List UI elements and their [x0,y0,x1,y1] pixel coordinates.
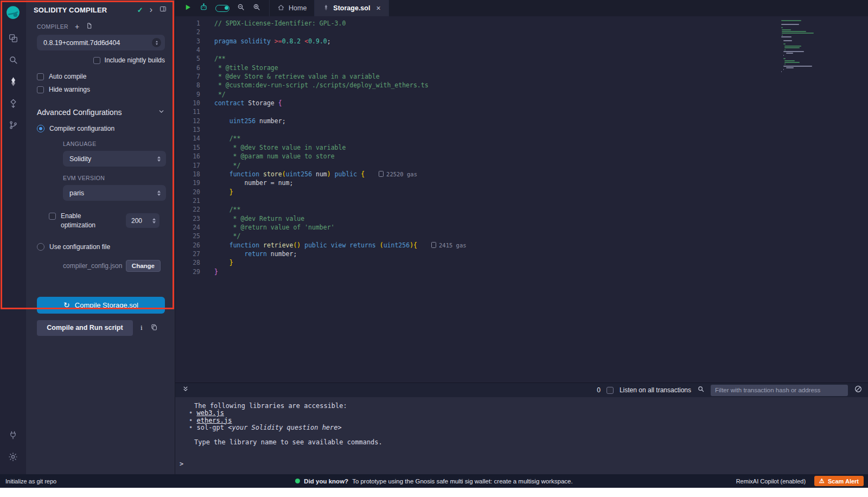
compile-button[interactable]: ↻ Compile Storage.sol [37,297,165,314]
solidity-file-icon [323,4,329,12]
enable-optimization-label: Enable optimization [61,212,107,230]
warning-icon: ⚠ [819,477,825,485]
language-label: LANGUAGE [63,141,165,147]
pin-panel-icon[interactable] [159,5,167,15]
listen-transactions-label: Listen on all transactions [620,386,691,394]
compiler-version-value: 0.8.19+commit.7dd6d404 [43,39,120,47]
scam-alert-label: Scam Alert [828,478,859,485]
number-spinner-icon [152,218,156,224]
remix-ide-window: SOLIDITY COMPILER ✓ › COMPILER + 0.8.19+… [0,0,868,497]
close-tab-icon[interactable]: × [376,4,380,12]
evm-version-select[interactable]: paris [63,185,166,201]
tip-title: Did you know? [304,478,348,485]
evm-version-value: paris [69,189,84,197]
solidity-compiler-icon[interactable] [4,73,22,90]
advanced-configurations-title: Advanced Configurations [37,108,122,117]
compiler-version-select[interactable]: 0.8.19+commit.7dd6d404 [37,35,165,50]
tab-storage-label: Storage.sol [333,4,370,12]
tip-text: To prototype using the Gnosis safe multi… [352,478,573,485]
terminal-output[interactable]: The following libraries are accessible:•… [175,403,868,468]
select-arrows-icon [157,156,161,162]
plugin-manager-icon[interactable] [4,426,22,444]
terminal[interactable]: The following libraries are accessible:•… [175,397,868,474]
zoom-in-icon[interactable] [252,3,261,14]
remix-logo-icon[interactable] [5,4,21,21]
terminal-toolbar: 0 Listen on all transactions [175,383,868,397]
open-file-icon[interactable] [86,22,93,31]
transaction-filter-input[interactable] [711,385,848,396]
expand-terminal-icon[interactable] [182,385,189,395]
deploy-run-icon[interactable] [4,94,22,112]
compile-success-check-icon[interactable]: ✓ [137,6,143,14]
status-bar: Initialize as git repo Did you know? To … [0,474,868,488]
copy-icon[interactable] [150,323,158,333]
lightbulb-icon [295,479,300,483]
search-icon[interactable] [4,51,22,68]
scam-alert-badge[interactable]: ⚠ Scam Alert [814,476,864,486]
evm-version-label: EVM VERSION [63,175,165,181]
copilot-toggle[interactable] [215,5,229,12]
listen-transactions-checkbox[interactable] [607,387,614,394]
tab-home-label: Home [289,4,307,12]
home-icon [277,4,285,13]
select-arrows-icon [152,38,161,47]
auto-compile-label: Auto compile [49,73,86,80]
solidity-compiler-panel: SOLIDITY COMPILER ✓ › COMPILER + 0.8.19+… [26,0,175,474]
compile-button-label: Compile Storage.sol [75,301,138,309]
advanced-configurations-header[interactable]: Advanced Configurations [37,108,165,117]
enable-optimization-checkbox[interactable] [49,213,56,220]
run-script-play-icon[interactable] [184,3,192,14]
icon-sidebar [0,0,26,474]
add-compiler-icon[interactable]: + [75,23,79,30]
language-value: Solidity [69,155,91,163]
block-transactions-icon[interactable] [854,385,863,396]
tab-storage-sol[interactable]: Storage.sol × [315,0,388,16]
compiler-label: COMPILER [37,23,68,30]
use-configuration-file-label: Use configuration file [49,243,110,251]
config-filename: compiler_config.json [63,262,122,270]
compiler-configuration-label: Compiler configuration [49,125,114,132]
chrome: SOLIDITY COMPILER ✓ › COMPILER + 0.8.19+… [0,0,868,474]
ai-assistant-icon[interactable] [199,3,208,14]
chevron-down-icon [158,108,165,117]
include-nightly-label: Include nightly builds [105,56,165,64]
auto-compile-checkbox[interactable] [37,73,44,80]
panel-header: SOLIDITY COMPILER ✓ › [26,0,175,17]
tab-home[interactable]: Home [269,0,315,16]
compiler-configuration-radio[interactable] [37,125,44,132]
transaction-count: 0 [597,386,601,394]
chevron-right-icon[interactable]: › [150,5,152,14]
info-icon[interactable]: i [141,323,143,332]
compile-and-run-button[interactable]: Compile and Run script [37,320,133,336]
optimization-runs-input[interactable]: 200 [126,213,159,228]
zoom-out-icon[interactable] [237,3,245,14]
terminal-search-icon[interactable] [697,385,705,395]
optimization-runs-value: 200 [131,217,142,225]
code-lines[interactable]: // SPDX-License-Identifier: GPL-3.0 prag… [206,19,868,383]
settings-icon[interactable] [4,448,22,466]
git-icon[interactable] [4,116,22,133]
hide-warnings-checkbox[interactable] [37,86,44,93]
tab-bar: Home Storage.sol × [175,0,868,16]
panel-title: SOLIDITY COMPILER [34,6,131,14]
copilot-status[interactable]: RemixAI Copilot (enabled) [736,478,806,485]
file-explorer-icon[interactable] [4,29,22,47]
hide-warnings-label: Hide warnings [49,86,90,93]
refresh-icon: ↻ [63,301,70,309]
init-git-repo-button[interactable]: Initialize as git repo [0,478,56,485]
select-arrows-icon [157,190,161,196]
editor-gutter: 1234567891011121314151617181920212223242… [175,19,206,383]
code-editor[interactable]: 1234567891011121314151617181920212223242… [175,16,868,383]
include-nightly-checkbox[interactable] [93,57,100,64]
main-area: Home Storage.sol × 123456789101112131415… [175,0,868,474]
use-configuration-file-radio[interactable] [37,243,44,251]
panel-body: COMPILER + 0.8.19+commit.7dd6d404 Includ… [26,17,175,336]
minimap[interactable] [781,20,839,73]
change-config-button[interactable]: Change [126,260,161,272]
language-select[interactable]: Solidity [63,151,166,167]
